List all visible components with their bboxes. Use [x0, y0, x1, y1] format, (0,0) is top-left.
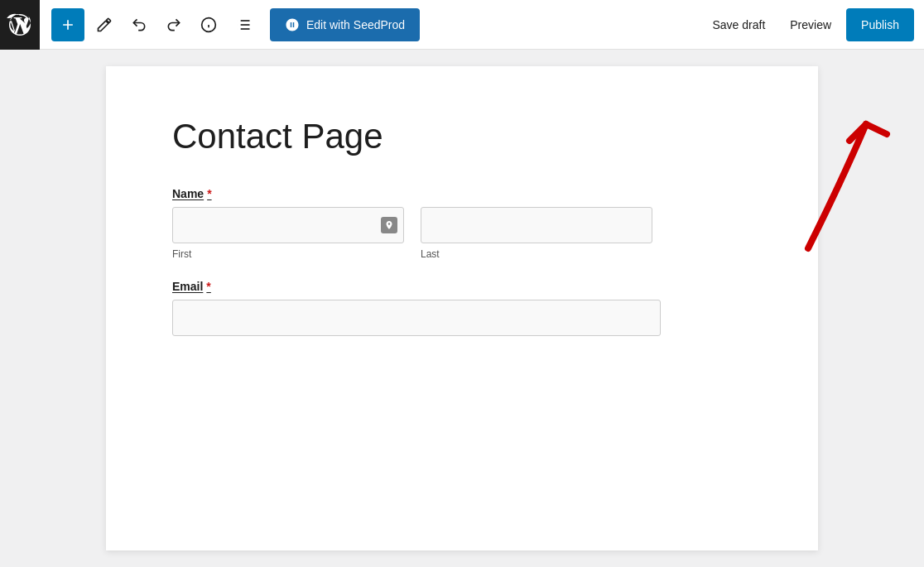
list-view-button[interactable]: [229, 10, 258, 40]
undo-button[interactable]: [124, 10, 154, 40]
first-name-sublabel: First: [172, 248, 404, 260]
name-label: Name*: [172, 187, 752, 200]
edit-pen-button[interactable]: [89, 10, 119, 40]
first-name-input[interactable]: [172, 207, 404, 243]
last-name-wrap: Last: [421, 207, 652, 260]
email-label: Email*: [172, 280, 752, 293]
toolbar: Edit with SeedProd Save draft Preview Pu…: [0, 0, 924, 50]
redo-button[interactable]: [159, 10, 189, 40]
preview-button[interactable]: Preview: [780, 12, 841, 38]
name-required-star: *: [207, 187, 211, 200]
last-name-sublabel: Last: [421, 248, 652, 260]
email-field-group: Email*: [172, 280, 752, 336]
first-name-input-wrapper: [172, 207, 404, 243]
page-canvas: Contact Page Name* First: [106, 66, 818, 550]
publish-button[interactable]: Publish: [846, 8, 914, 41]
last-name-input[interactable]: [421, 207, 652, 243]
email-required-star: *: [206, 280, 210, 293]
add-block-button[interactable]: [51, 8, 84, 41]
first-name-wrap: First: [172, 207, 404, 260]
info-button[interactable]: [194, 10, 224, 40]
name-form-row: First Last: [172, 207, 752, 260]
wordpress-logo: [0, 0, 40, 50]
name-field-group: Name* First: [172, 187, 752, 260]
seedprod-icon: [285, 17, 300, 32]
seedprod-button[interactable]: Edit with SeedProd: [270, 8, 420, 41]
email-input[interactable]: [172, 300, 661, 336]
main-content: Contact Page Name* First: [0, 50, 924, 567]
save-draft-button[interactable]: Save draft: [702, 12, 775, 38]
page-title: Contact Page: [172, 116, 752, 157]
autofill-icon: [381, 217, 397, 233]
seedprod-button-label: Edit with SeedProd: [306, 18, 405, 31]
